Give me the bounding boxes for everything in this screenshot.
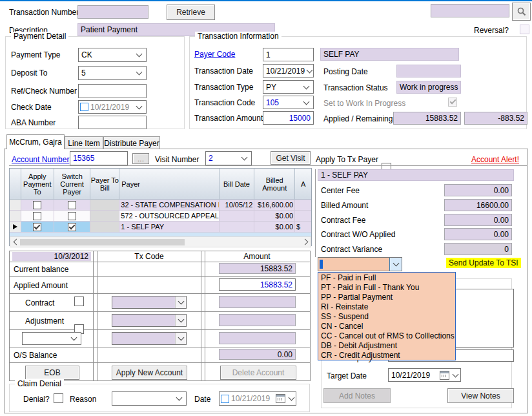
quick-search-input[interactable] <box>431 4 509 17</box>
status-combobox[interactable] <box>318 257 402 271</box>
dropdown-button[interactable] <box>175 315 186 326</box>
extra-txcode-select[interactable] <box>112 332 187 345</box>
payment-detail-title: Payment Detail <box>11 32 68 41</box>
aba-number-input[interactable] <box>78 116 147 129</box>
apply-payment-checkbox[interactable] <box>33 212 41 220</box>
deposit-to-label: Deposit To <box>11 68 47 78</box>
column-header-billed-amount[interactable]: Billed Amount <box>254 169 295 200</box>
target-date-picker[interactable]: 10/21/2019 <box>388 368 461 382</box>
payer-code-link[interactable]: Payer Code <box>194 50 235 59</box>
dropdown-option[interactable]: SS - Suspend <box>318 311 455 321</box>
claim-denial-title: Claim Denial <box>15 379 64 388</box>
switch-payer-checkbox[interactable] <box>68 223 76 231</box>
switch-payer-checkbox[interactable] <box>68 201 76 209</box>
row-selector[interactable] <box>10 200 21 211</box>
column-header-payer-to-bill[interactable]: Payer To Bill <box>90 169 119 200</box>
scroll-left-arrow[interactable] <box>10 237 20 247</box>
apply-payment-checkbox[interactable] <box>33 201 41 209</box>
apply-payment-checkbox[interactable] <box>33 223 41 231</box>
billed-amount-cell: $0.00 <box>254 222 295 233</box>
payer-row-outsourced-appeals[interactable]: 572 - OUTSOURCED APPEALS $0.00 <box>10 211 311 222</box>
search-button[interactable] <box>512 3 531 21</box>
current-balance-field: 15883.52 <box>219 263 296 274</box>
chevron-down-icon <box>136 51 143 57</box>
payer-code-input[interactable]: 1 <box>263 48 314 61</box>
extra-type-select[interactable] <box>22 332 81 345</box>
selfpay-header: 1 - SELF PAY <box>318 169 514 181</box>
transaction-number-label: Transaction Number <box>9 8 79 17</box>
dropdown-option[interactable]: CR - Credit Adjustment <box>318 350 455 360</box>
contract-checkbox[interactable] <box>74 296 84 306</box>
transaction-date-picker[interactable]: 10/21/2019 <box>263 64 314 78</box>
extra-amount-field <box>219 332 296 344</box>
column-header-bill-date[interactable]: Bill Date <box>220 169 255 200</box>
switch-payer-checkbox[interactable] <box>68 212 76 220</box>
applied-amount-input[interactable]: 15883.52 <box>219 278 296 291</box>
column-header-apply-payment-to[interactable]: Apply Payment To <box>21 169 54 200</box>
dropdown-option[interactable]: CC - Cancel out of RMS to Colllections <box>318 331 455 340</box>
scroll-right-arrow[interactable] <box>301 237 311 247</box>
denial-date-picker[interactable]: 10/21/2019 <box>219 391 296 406</box>
denial-reason-select[interactable] <box>112 391 187 406</box>
denial-date-label: Date <box>194 395 210 404</box>
reversal-label: Reversal? <box>474 26 509 35</box>
view-notes-button[interactable]: View Notes <box>447 388 514 403</box>
row-selector-current[interactable] <box>10 222 21 233</box>
adjustment-txcode-select[interactable] <box>112 314 187 327</box>
reversal-checkbox[interactable] <box>520 25 529 34</box>
visit-number-select[interactable]: 2 <box>205 151 252 165</box>
denial-checkbox[interactable] <box>54 393 63 403</box>
add-notes-button: Add Notes <box>323 388 391 403</box>
column-header-payer[interactable]: Payer <box>119 169 219 200</box>
check-date-picker[interactable]: 10/21/2019 <box>78 100 147 114</box>
status-combo-dropdown-button[interactable] <box>389 258 402 271</box>
row-selector[interactable] <box>10 211 21 222</box>
window-top-edge <box>0 0 532 1</box>
dropdown-option[interactable]: DB - Debit Adjustment <box>318 340 455 350</box>
partial-cell: $ <box>295 222 311 233</box>
dropdown-option[interactable]: PF - Paid in Full <box>318 273 455 282</box>
account-number-input[interactable]: 15365 <box>70 151 128 165</box>
payer-cell: 32 - STATE COMPENSATION I <box>119 200 219 211</box>
tab-distribute-payer[interactable]: Distribute Payer <box>103 136 160 149</box>
ref-check-number-input[interactable] <box>78 84 147 98</box>
payer-row-self-pay-current[interactable]: 1 - SELF PAY $0.00 $ <box>10 222 311 233</box>
contract-txcode-select[interactable] <box>112 296 187 309</box>
deposit-to-select[interactable]: 5 <box>78 66 147 80</box>
tab-line-item[interactable]: Line Item <box>65 136 103 149</box>
column-header-partial[interactable]: A <box>295 169 311 200</box>
apply-new-account-button[interactable]: Apply New Account <box>112 366 187 380</box>
account-alert-link[interactable]: Account Alert! <box>471 155 519 164</box>
payer-cell: 572 - OUTSOURCED APPEALS <box>119 211 219 222</box>
grid-horizontal-scrollbar[interactable] <box>10 236 311 247</box>
check-date-checkbox[interactable] <box>80 103 88 111</box>
tab-patient[interactable]: McCrum, Gajra <box>6 134 65 149</box>
get-visit-button[interactable]: Get Visit <box>271 151 311 165</box>
payment-type-select[interactable]: CK <box>78 48 147 62</box>
dropdown-option[interactable]: PT - Paid in Full - Thank You <box>318 282 455 292</box>
billed-amount-cell: $0.00 <box>254 211 295 222</box>
dropdown-button[interactable] <box>175 296 186 308</box>
column-header-switch-current-payer[interactable]: Switch Current Payer <box>54 169 91 200</box>
dropdown-option[interactable]: PP - Partial Payment <box>318 292 455 302</box>
dropdown-option[interactable]: CN - Cancel <box>318 321 455 331</box>
eob-button[interactable]: EOB <box>25 366 79 380</box>
transaction-type-select[interactable]: PY <box>263 80 314 94</box>
denial-date-checkbox[interactable] <box>221 395 229 403</box>
payer-row-state-compensation[interactable]: 32 - STATE COMPENSATION I 10/05/12 $16,6… <box>10 200 311 211</box>
row-line <box>10 329 310 330</box>
tx-code-header: Tx Code <box>97 252 201 261</box>
row-line <box>10 262 310 262</box>
scroll-thumb[interactable] <box>20 239 185 245</box>
transaction-amount-input[interactable]: 15000 <box>263 111 314 125</box>
dropdown-option[interactable]: RI - Reinstate <box>318 302 455 311</box>
transaction-code-select[interactable]: 105 <box>263 96 314 109</box>
chevron-down-icon <box>176 395 183 401</box>
transaction-info-group: Transaction Information Payer Code 1 SEL… <box>189 36 527 129</box>
retrieve-button[interactable]: Retrieve <box>167 5 215 20</box>
dropdown-button[interactable] <box>175 333 186 344</box>
account-number-link[interactable]: Account Number <box>12 155 69 164</box>
transaction-number-input[interactable] <box>77 5 148 19</box>
column-separator <box>93 251 94 380</box>
account-browse-button[interactable]: ... <box>132 153 149 164</box>
